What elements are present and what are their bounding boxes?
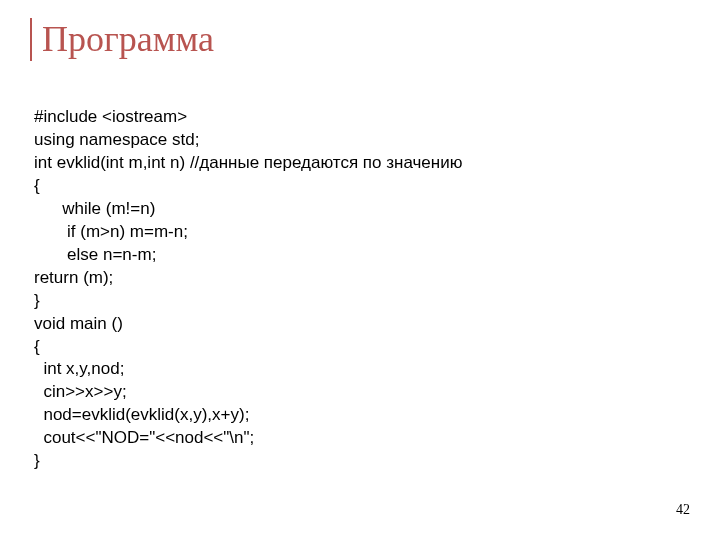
- code-block: #include <iostream> using namespace std;…: [30, 83, 690, 473]
- code-line: #include <iostream>: [34, 107, 187, 126]
- code-line: void main (): [34, 314, 123, 333]
- code-line: while (m!=n): [34, 199, 155, 218]
- code-line: using namespace std;: [34, 130, 199, 149]
- code-line: cin>>x>>y;: [34, 382, 127, 401]
- slide-title: Программа: [30, 18, 690, 61]
- code-line: int evklid(int m,int n) //данные передаю…: [34, 153, 462, 172]
- code-line: }: [34, 451, 40, 470]
- code-line: }: [34, 291, 40, 310]
- code-line: return (m);: [34, 268, 113, 287]
- code-line: nod=evklid(evklid(x,y),x+y);: [34, 405, 249, 424]
- code-line: {: [34, 337, 40, 356]
- code-line: if (m>n) m=m-n;: [34, 222, 188, 241]
- code-line: else n=n-m;: [34, 245, 156, 264]
- page-number: 42: [676, 502, 690, 518]
- code-line: int x,y,nod;: [34, 359, 124, 378]
- code-line: {: [34, 176, 40, 195]
- code-line: cout<<"NOD="<<nod<<"\n";: [34, 428, 254, 447]
- slide: Программа #include <iostream> using name…: [0, 0, 720, 540]
